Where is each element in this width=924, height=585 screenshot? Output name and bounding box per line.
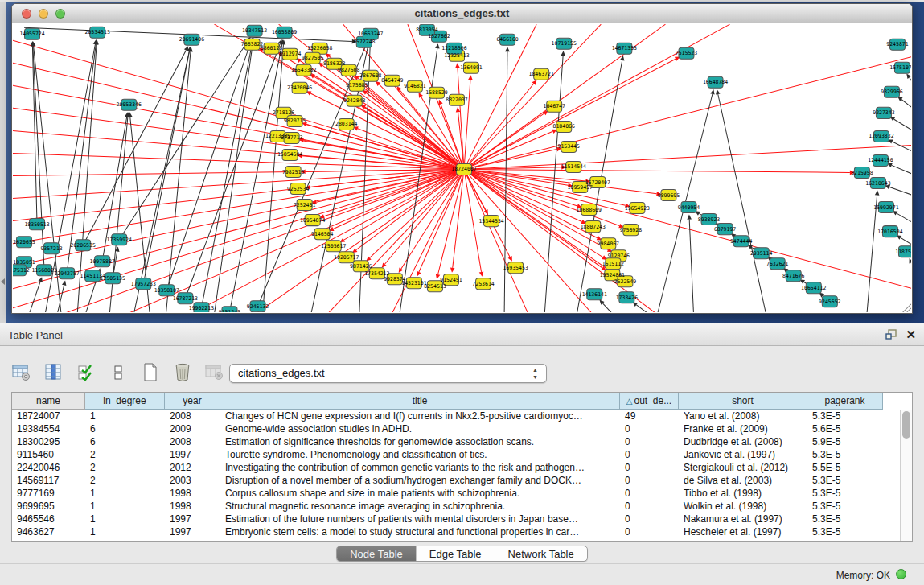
table-cell[interactable]: Structural magnetic resonance image aver… xyxy=(220,500,620,513)
table-cell[interactable]: 2 xyxy=(85,474,165,487)
float-panel-icon[interactable] xyxy=(885,329,897,340)
table-cell[interactable]: 2 xyxy=(85,448,165,461)
table-cell[interactable]: 5.9E-5 xyxy=(807,435,883,448)
table-cell[interactable]: Estimation of significance thresholds fo… xyxy=(220,435,620,448)
table-cell[interactable]: 22420046 xyxy=(12,461,85,474)
table-cell[interactable]: 2008 xyxy=(165,410,220,422)
table-cell[interactable]: 5.3E-5 xyxy=(807,410,883,422)
table-cell[interactable]: 1998 xyxy=(165,487,220,500)
table-row[interactable]: 1872400712008Changes of HCN gene express… xyxy=(12,410,900,422)
table-cell[interactable]: Nakamura et al. (1997) xyxy=(679,513,807,525)
table-cell[interactable]: 2 xyxy=(85,461,165,474)
table-row[interactable]: 911546021997Tourette syndrome. Phenomeno… xyxy=(12,448,900,461)
table-source-dropdown[interactable]: citations_edges.txt ▲▼ xyxy=(229,364,547,383)
table-cell[interactable]: Genome-wide association studies in ADHD. xyxy=(220,422,620,435)
table-cell[interactable]: 0 xyxy=(620,474,679,487)
table-cell[interactable]: 0 xyxy=(620,422,679,435)
row-height-button[interactable] xyxy=(108,362,129,383)
collapse-west-arrow-icon[interactable] xyxy=(1,278,5,285)
table-cell[interactable]: Hescheler et al. (1997) xyxy=(679,525,807,538)
network-canvas[interactable]: 7663822886012889129741522605898275051654… xyxy=(13,24,911,312)
table-cell[interactable]: 9115460 xyxy=(12,448,85,461)
scrollbar-thumb[interactable] xyxy=(902,411,910,439)
table-cell[interactable]: 5.3E-5 xyxy=(807,487,883,500)
table-cell[interactable]: 5.3E-5 xyxy=(807,474,883,487)
table-cell[interactable]: 9465546 xyxy=(12,513,85,525)
table-row[interactable]: 1456911722003Disruption of a novel membe… xyxy=(12,474,900,487)
table-cell[interactable]: 9777169 xyxy=(12,487,85,500)
new-table-button[interactable] xyxy=(140,362,161,383)
table-cell[interactable]: 5.3E-5 xyxy=(807,525,883,538)
column-header-title[interactable]: title xyxy=(220,393,620,410)
table-cell[interactable]: 19384554 xyxy=(12,422,85,435)
table-cell[interactable]: 1 xyxy=(85,410,165,422)
table-row[interactable]: 969969511998Structural magnetic resonanc… xyxy=(12,500,900,513)
column-header-out_de[interactable]: △out_de... xyxy=(620,393,679,410)
column-header-pagerank[interactable]: pagerank xyxy=(807,393,883,410)
table-cell[interactable]: 1 xyxy=(85,525,165,538)
table-cell[interactable]: 0 xyxy=(620,435,679,448)
table-cell[interactable]: Yano et al. (2008) xyxy=(679,410,807,422)
table-cell[interactable]: 9699695 xyxy=(12,500,85,513)
network-window[interactable]: citations_edges.txt 76638228860128891297… xyxy=(11,3,913,314)
table-cell[interactable]: 2008 xyxy=(165,435,220,448)
table-cell[interactable]: 5.3E-5 xyxy=(807,500,883,513)
table-cell[interactable]: 9463627 xyxy=(12,525,85,538)
tab-edge-table[interactable]: Edge Table xyxy=(417,546,495,561)
table-cell[interactable]: 0 xyxy=(620,487,679,500)
table-cell[interactable]: 0 xyxy=(620,525,679,538)
table-cell[interactable]: Franke et al. (2009) xyxy=(679,422,807,435)
table-row[interactable]: 977716911998Corpus callosum shape and si… xyxy=(12,487,900,500)
table-vertical-scrollbar[interactable] xyxy=(900,410,912,541)
table-cell[interactable]: 1997 xyxy=(165,448,220,461)
table-cell[interactable]: Disruption of a novel member of a sodium… xyxy=(220,474,620,487)
network-window-titlebar[interactable]: citations_edges.txt xyxy=(12,4,912,23)
table-cell[interactable]: 0 xyxy=(620,448,679,461)
table-cell[interactable]: 18724007 xyxy=(12,410,85,422)
table-cell[interactable]: 0 xyxy=(620,500,679,513)
column-header-short[interactable]: short xyxy=(679,393,807,410)
table-cell[interactable]: de Silva et al. (2003) xyxy=(679,474,807,487)
table-cell[interactable]: Jankovic et al. (1997) xyxy=(679,448,807,461)
table-cell[interactable]: 5.3E-5 xyxy=(807,513,883,525)
table-cell[interactable]: 1 xyxy=(85,513,165,525)
table-cell[interactable]: 49 xyxy=(620,410,679,422)
table-cell[interactable]: 14569117 xyxy=(12,474,85,487)
table-cell[interactable]: 5.5E-5 xyxy=(807,461,883,474)
table-row[interactable]: 946554611997Estimation of the future num… xyxy=(12,513,900,525)
delete-table-button[interactable] xyxy=(172,362,193,383)
table-cell[interactable]: 5.3E-5 xyxy=(807,448,883,461)
table-cell[interactable]: 5.6E-5 xyxy=(807,422,883,435)
table-cell[interactable]: 6 xyxy=(85,422,165,435)
citation-network-graph[interactable]: 7663822886012889129741522605898275051654… xyxy=(13,24,911,312)
table-row[interactable]: 1830029562008Estimation of significance … xyxy=(12,435,900,448)
table-cell[interactable]: Investigating the contribution of common… xyxy=(220,461,620,474)
close-panel-icon[interactable]: ✕ xyxy=(906,328,916,340)
tab-node-table[interactable]: Node Table xyxy=(337,546,417,561)
tab-network-table[interactable]: Network Table xyxy=(495,546,587,561)
table-cell[interactable]: Changes of HCN gene expression and I(f) … xyxy=(220,410,620,422)
table-cell[interactable]: 2003 xyxy=(165,474,220,487)
table-cell[interactable]: 1 xyxy=(85,487,165,500)
table-cell[interactable]: Tourette syndrome. Phenomenology and cla… xyxy=(220,448,620,461)
table-row[interactable]: 1938455462009Genome-wide association stu… xyxy=(12,422,900,435)
table-cell[interactable]: Wolkin et al. (1998) xyxy=(679,500,807,513)
table-cell[interactable]: Stergiakouli et al. (2012) xyxy=(679,461,807,474)
table-cell[interactable]: 2012 xyxy=(165,461,220,474)
table-cell[interactable]: 1998 xyxy=(165,500,220,513)
table-cell[interactable]: 1997 xyxy=(165,513,220,525)
table-cell[interactable]: 18300295 xyxy=(12,435,85,448)
table-cell[interactable]: Estimation of the future numbers of pati… xyxy=(220,513,620,525)
table-row[interactable]: 2242004622012Investigating the contribut… xyxy=(12,461,900,474)
column-header-in_degree[interactable]: in_degree xyxy=(85,393,165,410)
show-column-button[interactable] xyxy=(43,362,64,383)
table-cell[interactable]: Dudbridge et al. (2008) xyxy=(679,435,807,448)
table-cell[interactable]: Embryonic stem cells: a model to study s… xyxy=(220,525,620,538)
table-cell[interactable]: 1997 xyxy=(165,525,220,538)
column-header-year[interactable]: year xyxy=(165,393,220,410)
select-columns-button[interactable] xyxy=(76,362,97,383)
table-cell[interactable]: Corpus callosum shape and size in male p… xyxy=(220,487,620,500)
table-cell[interactable]: Tibbo et al. (1998) xyxy=(679,487,807,500)
table-cell[interactable]: 2009 xyxy=(165,422,220,435)
table-row[interactable]: 946362711997Embryonic stem cells: a mode… xyxy=(12,525,900,538)
